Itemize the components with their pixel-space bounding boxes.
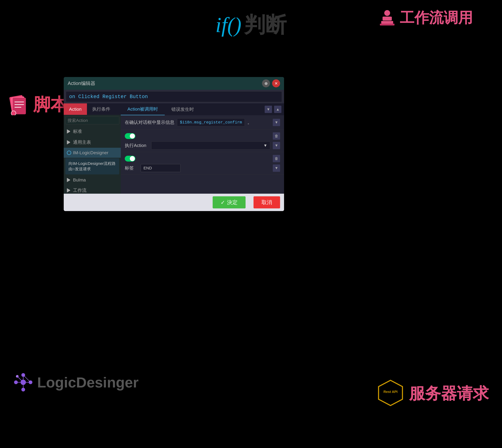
action-period-1: 。 [247, 119, 252, 126]
nav-label-common: 通用主表 [73, 139, 91, 145]
nav-item-standard[interactable]: 标准 [64, 126, 121, 137]
nav-sub-item[interactable]: 向IM-LogicDesigner流程路由○发送请求 [65, 158, 119, 175]
toggle-2[interactable] [125, 156, 135, 161]
left-tab-bar: Action 执行条件 [64, 103, 121, 115]
row3-sort-wrap: ▼ [273, 164, 280, 172]
action-editor-dialog: Action编辑器 ⊕ ✕ on Clicked Register Button… [64, 77, 284, 211]
confirm-button[interactable]: ✓ 決定 [213, 196, 246, 208]
svg-text:Rest API: Rest API [383, 390, 397, 394]
dropdown-arrow: ▼ [263, 143, 267, 148]
right-panel: Action被调用时 错误发生时 ▼ ▲ 在确认对话框中显示信息 $i18n.m… [121, 103, 284, 194]
row2-sort-button[interactable]: ▼ [273, 142, 280, 149]
row3-sort-button[interactable]: ▼ [273, 164, 280, 172]
server-label: Rest API 服务器请求 [376, 379, 489, 408]
right-tabs-group: Action被调用时 错误发生时 [121, 103, 201, 115]
expand-button[interactable]: ⊕ [262, 79, 270, 87]
action-row-2-execute: 执行Action ▼ ▼ [125, 142, 280, 149]
action-label-1: 在确认对话框中显示信息 [125, 119, 174, 126]
execute-label: 执行Action [125, 143, 149, 148]
logic-icon [13, 372, 33, 392]
dialog-titlebar: Action编辑器 ⊕ ✕ [64, 77, 284, 90]
nav-item-bulma[interactable]: Bulma [64, 175, 121, 185]
action-row-2-wrap: 🗑 执行Action ▼ ▼ [121, 130, 284, 152]
svg-point-10 [11, 111, 16, 115]
confirm-label: 決定 [227, 199, 238, 206]
tab-error[interactable]: 错误发生时 [165, 103, 201, 115]
cancel-button[interactable]: 取消 [253, 196, 280, 208]
if-icon-text: if() [215, 13, 241, 37]
tag-input[interactable] [141, 164, 181, 172]
stamp-icon [378, 9, 396, 27]
event-bar: on Clicked Register Button [66, 91, 282, 102]
play-icon-standard [67, 129, 71, 133]
tab-action[interactable]: Action [64, 103, 87, 115]
right-tab-icons: ▼ ▲ [265, 106, 282, 113]
toggle-2-knob [130, 156, 135, 161]
search-bar: ◁ [65, 116, 119, 124]
dialog-footer: ✓ 決定 取消 [64, 194, 284, 211]
top-hanzi: 判断 [244, 11, 287, 39]
workflow-text: 工作流调用 [400, 8, 473, 28]
nav-item-common[interactable]: 通用主表 [64, 137, 121, 148]
script-text: 脚本 [33, 93, 68, 116]
script-icon [8, 94, 29, 115]
logic-label: LogicDesinger [13, 372, 139, 392]
server-text: 服务器请求 [409, 383, 489, 404]
tab-execute-condition[interactable]: 执行条件 [87, 103, 116, 115]
workflow-label: 工作流调用 [378, 8, 473, 28]
execute-dropdown[interactable]: ▼ [151, 142, 270, 149]
play-icon-workflow [67, 188, 71, 192]
nav-label-im: IM-LogicDesigner [73, 150, 108, 155]
tab-action-called[interactable]: Action被调用时 [121, 103, 165, 115]
dialog-controls: ⊕ ✕ [262, 79, 280, 87]
action-row-3-toggle: 🗑 [125, 155, 280, 162]
nav-label-standard: 标准 [73, 128, 82, 134]
nav-sub-label: 向IM-LogicDesigner流程路由○发送请求 [68, 161, 116, 171]
action-row-1: 在确认对话框中显示信息 $i18n.msg_register_confirm 。… [121, 115, 284, 130]
svg-line-21 [17, 376, 23, 382]
row1-sort-btn-wrap: ▼ [273, 119, 280, 126]
left-panel: Action 执行条件 ◁ 标准 通用主表 IM-LogicDesigner [64, 103, 121, 194]
svg-rect-3 [380, 24, 394, 26]
nav-item-im-logic[interactable]: IM-LogicDesigner [64, 148, 121, 158]
nav-label-bulma: Bulma [73, 177, 86, 182]
search-input[interactable] [68, 118, 121, 123]
dialog-title: Action编辑器 [68, 80, 95, 87]
row3-icon-actions: 🗑 [273, 155, 280, 162]
play-icon-bulma [67, 178, 71, 182]
row1-sort-button[interactable]: ▼ [273, 119, 280, 126]
right-tab-bar: Action被调用时 错误发生时 ▼ ▲ [121, 103, 284, 115]
confirm-check-icon: ✓ [220, 199, 225, 206]
row3-delete-button[interactable]: 🗑 [273, 155, 280, 162]
tag-label: 标签 [125, 165, 138, 171]
nav-label-workflow: 工作流 [73, 187, 87, 193]
nav-item-workflow[interactable]: 工作流 [64, 185, 121, 196]
top-label: if() 判断 [215, 11, 286, 39]
action-value-1: $i18n.msg_register_confirm [177, 118, 245, 126]
svg-point-0 [384, 10, 390, 16]
row2-delete-button[interactable]: 🗑 [273, 132, 280, 140]
svg-rect-1 [383, 16, 392, 21]
event-text: on Clicked Register Button [69, 94, 148, 99]
rest-api-icon: Rest API [376, 379, 405, 408]
script-label: 脚本 [8, 93, 68, 116]
svg-rect-2 [381, 21, 393, 24]
action-row-3-wrap: 🗑 标签 ▼ [121, 152, 284, 175]
row2-icon-actions: 🗑 [273, 132, 280, 140]
close-button[interactable]: ✕ [272, 79, 280, 87]
circle-icon-im [67, 151, 71, 155]
tag-row: 标签 ▼ [125, 164, 280, 172]
action-row-2-toggle: 🗑 [125, 132, 280, 140]
dialog-body: Action 执行条件 ◁ 标准 通用主表 IM-LogicDesigner [64, 103, 284, 194]
toggle-1[interactable] [125, 133, 135, 139]
sort-down-button[interactable]: ▼ [265, 106, 272, 113]
logic-text: LogicDesinger [37, 374, 139, 391]
sort-up-button[interactable]: ▲ [274, 106, 282, 113]
toggle-1-knob [130, 133, 135, 139]
play-icon-common [67, 140, 71, 144]
